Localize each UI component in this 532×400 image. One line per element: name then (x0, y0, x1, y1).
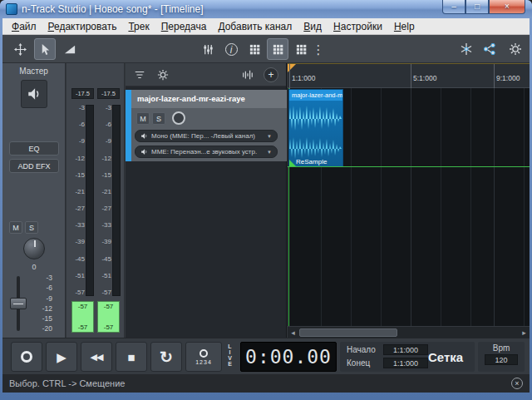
share-button[interactable] (479, 38, 500, 60)
clip-title[interactable]: major-lazer-and-m (289, 90, 342, 101)
meter-scale-label: -15 (95, 172, 111, 179)
tracks-settings-button[interactable] (154, 67, 172, 83)
ruler-label: 9:1:000 (496, 74, 520, 82)
layout-timeline-button[interactable] (267, 38, 288, 60)
meter-scale-label: -57 (68, 289, 85, 296)
settings-button[interactable] (505, 38, 526, 60)
toolbar-overflow-button[interactable]: ⋮ (312, 38, 325, 60)
timeline-gridline (494, 88, 495, 326)
main-area: Мастер EQ ADD EFX M S 0 -3 -6 -9 -12 -15… (2, 63, 530, 338)
menu-item-file[interactable]: Файл (6, 19, 42, 34)
track-record-button[interactable] (172, 111, 185, 125)
clip-waveform[interactable]: ReSample (289, 101, 342, 166)
record-button[interactable] (11, 342, 42, 372)
track-filter-button[interactable] (131, 67, 149, 83)
titlebar[interactable]: n-Track Studio | Новое song* - [Timeline… (0, 0, 532, 18)
track-row[interactable]: major-lazer-and-mr-eazi-raye M S Моно (M… (126, 90, 287, 161)
layout-piano-button[interactable] (290, 38, 312, 60)
window-controls: – □ × (442, 0, 525, 14)
knob-value: 0 (2, 263, 66, 271)
play-button[interactable]: ▶ (46, 342, 77, 372)
meter-readout-value: -57 (98, 303, 119, 310)
cursor-tool-button[interactable] (34, 38, 56, 60)
grid-toggle[interactable]: Сетка (421, 342, 470, 372)
scroll-left-button[interactable]: ◂ (288, 327, 298, 338)
bpm-value[interactable]: 120 (485, 354, 518, 365)
menu-item-transport[interactable]: Передача (155, 19, 213, 34)
track-lane-boundary (288, 166, 530, 167)
menu-item-view[interactable]: Вид (298, 19, 328, 34)
record-icon (200, 349, 208, 358)
toolbar: i ⋮ (2, 35, 530, 63)
waveform-graphic (289, 101, 342, 166)
track-title[interactable]: major-lazer-and-mr-eazi-raye (131, 90, 287, 108)
meter-scale-label: -12 (95, 156, 111, 162)
track-solo-button[interactable]: S (152, 112, 165, 125)
close-button[interactable]: × (489, 0, 525, 14)
add-efx-button[interactable]: ADD EFX (9, 159, 59, 173)
timeline-body[interactable]: major-lazer-and-m ReSample (288, 88, 530, 326)
timeline-gridline (411, 88, 411, 326)
horizontal-scrollbar[interactable]: ◂ ▸ (288, 326, 530, 338)
scroll-thumb[interactable] (299, 328, 397, 337)
fader-scale-label: -15 (31, 315, 52, 323)
layout-mixer-button[interactable] (244, 38, 265, 60)
meter-readout-left: -57 -57 (71, 301, 94, 333)
songtree-button[interactable] (456, 38, 477, 60)
meter-scale-label: -27 (95, 205, 111, 212)
stop-button[interactable]: ■ (116, 342, 147, 372)
master-panel: Мастер EQ ADD EFX M S 0 -3 -6 -9 -12 -15… (2, 63, 66, 338)
bpm-label: Bpm (478, 343, 525, 353)
meter-scale-label: -21 (95, 189, 111, 195)
time-display[interactable]: 0:00.00 (240, 342, 337, 372)
track-mute-button[interactable]: M (136, 112, 150, 125)
master-solo-button[interactable]: S (25, 221, 38, 234)
master-mute-button[interactable]: M (9, 221, 22, 234)
master-title: Мастер (2, 67, 65, 76)
meter-scale-label: -51 (95, 273, 111, 279)
loop-button[interactable]: ↻ (150, 342, 182, 372)
menu-item-edit[interactable]: Редактировать (42, 19, 123, 34)
maximize-button[interactable]: □ (466, 0, 489, 14)
menubar: Файл Редактировать Трек Передача Добавит… (2, 18, 530, 35)
meter-scale-label: -9 (95, 138, 111, 145)
status-close-button[interactable]: × (511, 378, 523, 389)
scroll-right-button[interactable]: ▸ (519, 327, 530, 338)
timeline-ruler[interactable]: 1:1:000 5:1:000 9:1:000 (288, 63, 530, 88)
fader-scale-label: -6 (31, 284, 52, 292)
mixer-view-button[interactable] (197, 38, 219, 60)
minimize-button[interactable]: – (442, 0, 466, 14)
rewind-button[interactable]: ◀◀ (81, 342, 112, 372)
audio-clip[interactable]: major-lazer-and-m ReSample (288, 89, 343, 166)
timeline-gridline (470, 88, 471, 326)
menu-item-help[interactable]: Help (388, 19, 421, 34)
track-input-select[interactable]: Моно (MME: Пер... -Левый канал) ▼ (135, 130, 278, 142)
kebab-icon: ⋮ (313, 43, 325, 56)
menu-item-track[interactable]: Трек (122, 19, 155, 34)
ruler-tick (494, 64, 495, 89)
meter-scale-label: -39 (68, 239, 85, 245)
meter-scale-label: -15 (68, 172, 85, 179)
live-toggle[interactable]: LIVE (227, 343, 233, 372)
rewind-icon: ◀◀ (91, 353, 103, 362)
count-in-record-button[interactable]: 1234 (185, 342, 222, 372)
chevron-down-icon: ▼ (267, 150, 272, 155)
info-button[interactable]: i (220, 38, 242, 60)
meter-scale-label: -6 (68, 121, 85, 128)
track-output-select[interactable]: MME: Перенаэн...е звуковых устр. ▼ (135, 146, 278, 158)
meter-view-button[interactable] (239, 67, 257, 83)
master-output-button[interactable] (21, 80, 47, 108)
menu-item-settings[interactable]: Настройки (328, 19, 388, 34)
fade-tool-button[interactable] (59, 38, 81, 60)
add-track-button[interactable]: + (264, 67, 278, 82)
clip-resize-handle[interactable] (289, 160, 296, 166)
pan-knob[interactable] (23, 238, 45, 259)
move-tool-button[interactable] (9, 38, 31, 60)
master-fader-handle[interactable] (10, 298, 27, 309)
eq-button[interactable]: EQ (9, 141, 59, 156)
app-icon (6, 3, 17, 15)
meter-scale-label: -12 (68, 156, 85, 162)
tracks-toolbar: + (126, 63, 286, 86)
menu-item-add-channel[interactable]: Добавить канал (212, 19, 298, 34)
ruler-tick (289, 64, 290, 89)
